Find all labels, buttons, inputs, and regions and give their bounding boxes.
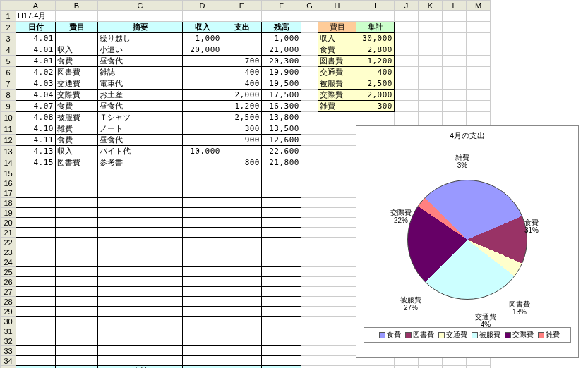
cell[interactable] — [262, 317, 301, 326]
cell[interactable] — [98, 238, 183, 247]
row-header[interactable]: 19 — [1, 208, 16, 218]
total-expense[interactable]: 9,200 — [222, 366, 262, 369]
cell[interactable] — [301, 277, 318, 287]
cell[interactable] — [222, 188, 262, 198]
cell[interactable] — [98, 257, 183, 267]
cell-income[interactable] — [183, 157, 222, 168]
cell[interactable] — [222, 356, 262, 366]
cell[interactable] — [301, 346, 318, 356]
cell-date[interactable]: 4.07 — [16, 101, 56, 112]
sum-cat[interactable]: 収入 — [318, 33, 356, 44]
cell-balance[interactable]: 12,600 — [262, 135, 301, 146]
cell-expense[interactable] — [222, 146, 262, 157]
cell[interactable] — [222, 277, 262, 287]
cell[interactable] — [262, 287, 301, 297]
cell[interactable] — [318, 157, 356, 168]
cell[interactable] — [183, 11, 222, 22]
cell-desc[interactable]: 電車代 — [98, 78, 183, 90]
cell[interactable] — [318, 178, 356, 188]
cell-date[interactable]: 4.01 — [16, 56, 56, 67]
cell[interactable] — [16, 297, 56, 307]
cell[interactable] — [301, 56, 318, 67]
row-header[interactable]: 21 — [1, 228, 16, 238]
row-header[interactable]: 7 — [1, 78, 16, 90]
cell-expense[interactable]: 400 — [222, 67, 262, 78]
row-header[interactable]: 25 — [1, 267, 16, 277]
cell[interactable] — [183, 287, 222, 297]
cell[interactable] — [301, 317, 318, 326]
cell[interactable] — [301, 101, 318, 112]
cell[interactable] — [356, 11, 395, 22]
cell[interactable] — [419, 101, 443, 112]
cell[interactable] — [56, 287, 98, 297]
cell[interactable] — [419, 112, 443, 123]
cell[interactable] — [222, 218, 262, 228]
cell[interactable] — [183, 188, 222, 198]
sum-val[interactable]: 2,500 — [356, 78, 395, 90]
cell-category[interactable]: 被服費 — [56, 112, 98, 123]
row-header[interactable]: 15 — [1, 168, 16, 178]
cell[interactable] — [301, 208, 318, 218]
cell[interactable] — [183, 247, 222, 257]
cell-expense[interactable] — [222, 44, 262, 56]
cell[interactable] — [98, 297, 183, 307]
cell[interactable] — [301, 146, 318, 157]
cell[interactable] — [56, 168, 98, 178]
col-header[interactable]: M — [467, 1, 491, 11]
row-header[interactable]: 35 — [1, 366, 16, 369]
cell[interactable] — [183, 346, 222, 356]
cell[interactable] — [98, 198, 183, 208]
cell[interactable] — [16, 168, 56, 178]
cell[interactable] — [98, 267, 183, 277]
cell-desc[interactable]: 昼食代 — [98, 56, 183, 67]
sum-val[interactable]: 2,800 — [356, 44, 395, 56]
cell[interactable] — [222, 228, 262, 238]
cell-balance[interactable]: 13,800 — [262, 112, 301, 123]
cell[interactable] — [301, 326, 318, 336]
expense-pie-chart[interactable]: 4月の支出 食費31%図書費13%交通費4%被服費27%交際費22%雑費3% 食… — [356, 125, 579, 358]
cell-desc[interactable]: 雑誌 — [98, 67, 183, 78]
cell[interactable] — [98, 287, 183, 297]
cell[interactable] — [301, 67, 318, 78]
cell-date[interactable]: 4.02 — [16, 67, 56, 78]
cell[interactable] — [301, 297, 318, 307]
row-header[interactable]: 1 — [1, 11, 16, 22]
cell-income[interactable]: 10,000 — [183, 146, 222, 157]
cell[interactable] — [262, 277, 301, 287]
cell[interactable] — [443, 56, 467, 67]
row-header[interactable]: 5 — [1, 56, 16, 67]
cell[interactable] — [318, 336, 356, 346]
cell-expense[interactable]: 2,000 — [222, 90, 262, 101]
cell-balance[interactable]: 16,300 — [262, 101, 301, 112]
col-header[interactable]: C — [98, 1, 183, 11]
col-header[interactable]: K — [419, 1, 443, 11]
cell[interactable] — [262, 178, 301, 188]
cell[interactable] — [467, 112, 491, 123]
row-header[interactable]: 9 — [1, 101, 16, 112]
cell-expense[interactable]: 900 — [222, 135, 262, 146]
cell[interactable] — [98, 168, 183, 178]
cell-income[interactable] — [183, 90, 222, 101]
sum-cat[interactable]: 交際費 — [318, 90, 356, 101]
cell[interactable] — [183, 326, 222, 336]
cell-date[interactable]: 4.01 — [16, 33, 56, 44]
col-header[interactable]: L — [443, 1, 467, 11]
cell-category[interactable]: 雑費 — [56, 123, 98, 135]
cell[interactable] — [56, 356, 98, 366]
cell[interactable] — [301, 11, 318, 22]
cell[interactable] — [443, 67, 467, 78]
cell[interactable] — [183, 178, 222, 188]
total-income[interactable]: 31,000 — [183, 366, 222, 369]
row-header[interactable]: 17 — [1, 188, 16, 198]
cell-balance[interactable]: 19,900 — [262, 67, 301, 78]
cell[interactable] — [395, 11, 419, 22]
cell[interactable] — [318, 257, 356, 267]
cell-balance[interactable]: 21,800 — [262, 157, 301, 168]
cell[interactable] — [301, 336, 318, 346]
cell-expense[interactable]: 1,200 — [222, 101, 262, 112]
col-header[interactable]: E — [222, 1, 262, 11]
cell[interactable] — [98, 336, 183, 346]
sum-val[interactable]: 2,000 — [356, 90, 395, 101]
cell[interactable] — [301, 238, 318, 247]
cell[interactable] — [98, 208, 183, 218]
